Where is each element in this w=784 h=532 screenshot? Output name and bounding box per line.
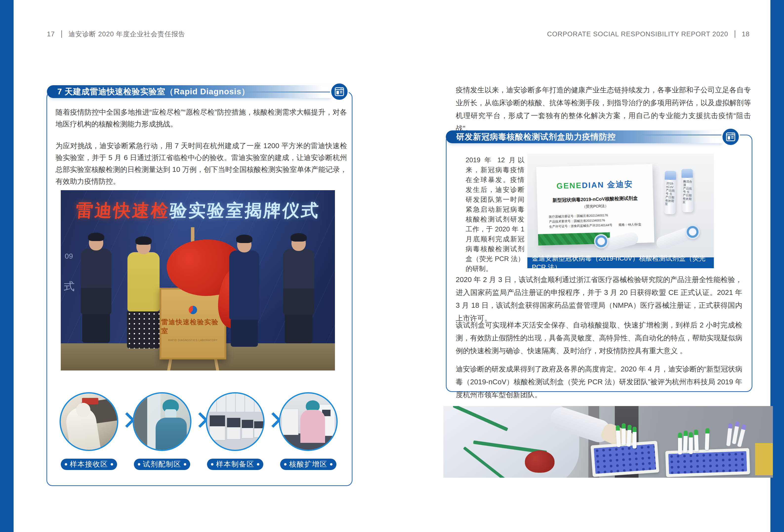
- red-object: [525, 450, 555, 473]
- green-cap-tube: [622, 423, 626, 445]
- person-head: [136, 239, 151, 254]
- laboratory-plaque: 雷迪快速检验实验室 RAPID DIAGNOSTICS LABORATORY: [160, 288, 226, 359]
- person-skirt: [127, 311, 160, 348]
- workflow-label-sample-reception: 样本接收区: [61, 459, 117, 470]
- person-yellow-jacket: [122, 239, 165, 348]
- page-number-right: 18: [742, 30, 750, 38]
- tube-rack-frame: [591, 441, 659, 477]
- screen-side-text-bottom: 式: [64, 279, 75, 293]
- test-kit-photo: GENEDIAN 金迪安 新型冠状病毒2019-nCoV核酸检测试剂盒 （荧光P…: [527, 153, 714, 257]
- pill-label: 样本接收区: [70, 459, 108, 469]
- hood: [76, 403, 90, 417]
- yellow-container: [755, 443, 773, 475]
- kit-registration-lines: 医疗器械注册证号：国械注准20213400176 产品技术要求号：国械注准202…: [537, 212, 641, 229]
- tube-sub: 产品批号 生产日期 有效期至: [682, 187, 692, 204]
- plaque-subtitle: RAPID DIAGNOSTICS LABORATORY: [168, 339, 218, 342]
- kit-spec: 规格：48人份/盒: [618, 223, 642, 226]
- workflow-label-reagent-preparation: 试剂配制区: [134, 459, 190, 470]
- person-torso: [128, 252, 160, 311]
- person-suit-right: [278, 235, 319, 343]
- face-mask: [165, 409, 176, 418]
- right-paragraph-1: 2020 年 2 月 3 日，该试剂盒顺利通过浙江省医疗器械检验研究院的产品注册…: [456, 273, 742, 325]
- screen-title-cyan: 验实验室揭牌仪式: [169, 201, 321, 220]
- left-section-header: 7 天建成雷迪快速检验实验室（Rapid Diagnosis）: [47, 85, 331, 98]
- pink-gown-figure: [300, 410, 325, 443]
- person-head: [89, 235, 103, 250]
- left-section-title: 7 天建成雷迪快速检验实验室（Rapid Diagnosis）: [57, 86, 250, 97]
- person-torso: [81, 249, 111, 314]
- person-navy-dress: [224, 236, 264, 347]
- screen-side-text-top: 09: [65, 252, 73, 260]
- tube-label: 2019-nCoV产品批号 生产日期 有效期至: [664, 179, 676, 206]
- report-title-en: CORPORATE SOCIAL RESPONSIBILITY REPORT 2…: [547, 30, 728, 38]
- tube-label: 酶混合液产品批号 生产日期 有效期至: [681, 177, 694, 204]
- running-head-left: 17 迪安诊断 2020 年度企业社会责任报告: [47, 29, 185, 39]
- green-cap-tube: [678, 433, 682, 454]
- green-cap-tube: [633, 427, 637, 449]
- green-cap-tube: [689, 432, 693, 454]
- brand-dian: DIAN: [582, 180, 604, 190]
- tube-ring-cap: [685, 225, 700, 239]
- ceremony-photo: 雷迪快速检验实验室揭牌仪式 09 式 雷迪快速检验实验室 RAPID DIAGN…: [61, 190, 335, 370]
- document-icon: [330, 82, 349, 101]
- person-suit-left: [76, 235, 116, 343]
- purple-cap-tube: [726, 423, 733, 446]
- workflow-label-sample-preparation: 样本制备区: [207, 459, 263, 470]
- lab-instrument: [227, 418, 241, 439]
- lab-worker-photo: [443, 406, 773, 478]
- plaque-title: 雷迪快速检验实验室: [161, 318, 225, 335]
- tube-rack-holes: [594, 444, 656, 474]
- document-icon-glyph: [725, 132, 736, 142]
- lab-instrument: [209, 415, 225, 440]
- ceremony-screen-title: 雷迪快速检验实验室揭牌仪式: [61, 199, 335, 222]
- tube1-name: 2019-nCoV: [666, 181, 674, 189]
- person-torso: [283, 249, 314, 315]
- plaque-logo: [189, 306, 197, 314]
- green-cap-tube: [683, 431, 688, 453]
- person-head: [237, 236, 251, 252]
- page-number-left: 17: [47, 30, 55, 38]
- kit-subtitle: （荧光PCR法）: [582, 204, 609, 209]
- tube-cap: [681, 169, 693, 178]
- tube-ring-cap: [594, 234, 608, 249]
- reg-line-3-text: 生产许可证号：浙食药监械生产许20140144号: [549, 223, 612, 228]
- green-cap-tube: [705, 428, 709, 450]
- reagent-tube-1: 2019-nCoV产品批号 生产日期 有效期至: [664, 171, 676, 214]
- left-edge-band: [0, 0, 13, 532]
- tube2-name: 酶混合液: [683, 179, 692, 187]
- csr-report-spread: 17 迪安诊断 2020 年度企业社会责任报告 CORPORATE SOCIAL…: [0, 0, 784, 532]
- caption-text: 金迪安新型冠状病毒（2019-nCoV）核酸检测试剂盒（荧光 PCR 法）: [532, 254, 714, 272]
- brand-cn: 金迪安: [604, 179, 633, 189]
- workflow-photo-nucleic-acid-amplification: [279, 392, 338, 451]
- workflow-photo-reagent-preparation: [133, 392, 191, 451]
- green-cap-tube: [694, 430, 699, 452]
- pill-label: 样本制备区: [216, 459, 254, 469]
- running-head-separator: [735, 30, 735, 38]
- workflow-photo-sample-reception: [59, 392, 118, 451]
- right-paragraph-3: 迪安诊断的研发成果得到了政府及各界的高度肯定。2020 年 4 月，迪安诊断的“…: [456, 363, 742, 401]
- right-intro-paragraph: 疫情发生以来，迪安诊断多年打造的健康产业生态链持续发力，各事业部和子公司立足各自…: [456, 83, 751, 135]
- brand-gene: GENE: [557, 181, 582, 190]
- pcr-machine: [282, 409, 298, 435]
- running-head-right: CORPORATE SOCIAL RESPONSIBILITY REPORT 2…: [547, 29, 750, 39]
- right-paragraph-2: 该试剂盒可实现样本灭活安全保存、自动核酸提取、快速扩增检测，到样后 2 小时完成…: [456, 318, 742, 357]
- person-legs: [82, 314, 110, 343]
- workflow-label-amplification: 核酸扩增区: [280, 459, 336, 470]
- report-title-cn: 迪安诊断 2020 年度企业社会责任报告: [68, 30, 185, 38]
- right-section-title: 研发新冠病毒核酸检测试剂盒助力疫情防控: [456, 131, 616, 142]
- tube-sub: 产品批号 生产日期 有效期至: [665, 189, 675, 206]
- pill-label: 核酸扩增区: [289, 459, 328, 469]
- left-paragraph-1: 随着疫情防控中全国多地推进“应检尽检”“愿检尽检”防控措施，核酸检测需求大幅提升…: [56, 106, 347, 130]
- tube-rack-holes: [668, 451, 747, 474]
- screen-title-red: 雷迪快速检: [75, 201, 171, 220]
- tube-cap: [665, 171, 676, 180]
- person-head: [291, 235, 306, 251]
- person-torso: [229, 250, 259, 319]
- right-side-paragraph: 2019 年 12 月以来，新冠病毒疫情在全球暴发。疫情发生后，迪安诊断研发团队…: [466, 155, 524, 274]
- right-section-header: 研发新冠病毒核酸检测试剂盒助力疫情防控: [446, 131, 723, 143]
- document-icon-glyph: [334, 86, 344, 97]
- document-icon: [721, 128, 740, 146]
- test-kit-caption: 金迪安新型冠状病毒（2019-nCoV）核酸检测试剂盒（荧光 PCR 法）: [527, 257, 714, 268]
- workflow-photo-sample-preparation: [206, 392, 264, 451]
- running-head-separator: [61, 30, 62, 38]
